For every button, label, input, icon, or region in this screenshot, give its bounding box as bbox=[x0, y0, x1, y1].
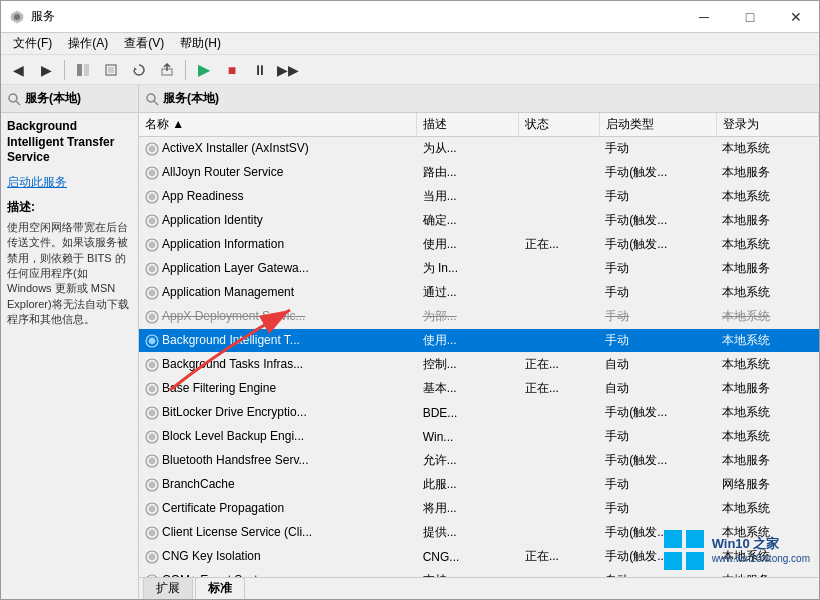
service-status-cell bbox=[519, 569, 599, 578]
service-name-cell: ActiveX Installer (AxInstSV) bbox=[139, 137, 417, 161]
service-name-cell: Application Identity bbox=[139, 209, 417, 233]
desc-text: 使用空闲网络带宽在后台传送文件。如果该服务被禁用，则依赖于 BITS 的任何应用… bbox=[7, 220, 132, 328]
service-row-icon bbox=[145, 286, 159, 300]
col-header-status[interactable]: 状态 bbox=[519, 113, 599, 137]
service-desc-cell: 控制... bbox=[417, 353, 519, 377]
service-login-cell: 本地系统 bbox=[716, 425, 818, 449]
service-starttype-cell: 手动(触发... bbox=[599, 401, 716, 425]
table-row[interactable]: Background Intelligent T... 使用... 手动 本地系… bbox=[139, 329, 819, 353]
col-header-name[interactable]: 名称 ▲ bbox=[139, 113, 417, 137]
show-hide-button[interactable] bbox=[70, 58, 96, 82]
service-name-cell: BitLocker Drive Encryptio... bbox=[139, 401, 417, 425]
service-starttype-cell: 手动 bbox=[599, 329, 716, 353]
service-desc-cell: 使用... bbox=[417, 329, 519, 353]
service-desc-cell: 支持... bbox=[417, 569, 519, 578]
service-name-cell: Bluetooth Handsfree Serv... bbox=[139, 449, 417, 473]
menu-file[interactable]: 文件(F) bbox=[5, 33, 60, 54]
forward-button[interactable]: ▶ bbox=[33, 58, 59, 82]
table-row[interactable]: Certificate Propagation 将用... 手动 本地系统 bbox=[139, 497, 819, 521]
col-header-login[interactable]: 登录为 bbox=[716, 113, 818, 137]
service-table-wrap[interactable]: 名称 ▲ 描述 状态 启动类型 登录为 ActiveX Installer (A… bbox=[139, 113, 819, 577]
service-login-cell: 本地系统 bbox=[716, 329, 818, 353]
service-login-cell: 网络服务 bbox=[716, 473, 818, 497]
table-row[interactable]: AllJoyn Router Service 路由... 手动(触发... 本地… bbox=[139, 161, 819, 185]
service-desc-cell: 当用... bbox=[417, 185, 519, 209]
main-layout: 服务(本地) Background Intelligent Transfer S… bbox=[1, 85, 819, 599]
service-desc-cell: 为从... bbox=[417, 137, 519, 161]
back-button[interactable]: ◀ bbox=[5, 58, 31, 82]
service-login-cell: 本地系统 bbox=[716, 137, 818, 161]
table-row[interactable]: Application Information 使用... 正在... 手动(触… bbox=[139, 233, 819, 257]
service-name-cell: Block Level Backup Engi... bbox=[139, 425, 417, 449]
selected-service-name: Background Intelligent Transfer Service bbox=[7, 119, 132, 166]
service-name-cell: Client License Service (Cli... bbox=[139, 521, 417, 545]
service-name-cell: CNG Key Isolation bbox=[139, 545, 417, 569]
up-button[interactable] bbox=[98, 58, 124, 82]
service-status-cell: 正在... bbox=[519, 233, 599, 257]
pause-service-button[interactable]: ⏸ bbox=[247, 58, 273, 82]
table-row[interactable]: Bluetooth Handsfree Serv... 允许... 手动(触发.… bbox=[139, 449, 819, 473]
service-status-cell bbox=[519, 473, 599, 497]
svg-point-7 bbox=[9, 94, 17, 102]
service-row-icon bbox=[145, 382, 159, 396]
service-desc-cell: 基本... bbox=[417, 377, 519, 401]
table-row[interactable]: Background Tasks Infras... 控制... 正在... 自… bbox=[139, 353, 819, 377]
services-icon bbox=[9, 9, 25, 25]
restart-service-button[interactable]: ▶▶ bbox=[275, 58, 301, 82]
stop-service-button[interactable]: ■ bbox=[219, 58, 245, 82]
service-table: 名称 ▲ 描述 状态 启动类型 登录为 ActiveX Installer (A… bbox=[139, 113, 819, 577]
col-header-starttype[interactable]: 启动类型 bbox=[599, 113, 716, 137]
left-panel-title: 服务(本地) bbox=[25, 90, 81, 107]
menu-action[interactable]: 操作(A) bbox=[60, 33, 116, 54]
service-name-cell: Application Information bbox=[139, 233, 417, 257]
menu-view[interactable]: 查看(V) bbox=[116, 33, 172, 54]
service-login-cell: 本地系统 bbox=[716, 281, 818, 305]
svg-rect-53 bbox=[664, 552, 682, 570]
watermark-content: Win10 之家 www.win10xitong.com bbox=[712, 536, 810, 564]
svg-line-10 bbox=[154, 101, 158, 105]
minimize-button[interactable]: ─ bbox=[681, 1, 727, 33]
service-name-cell: Background Tasks Infras... bbox=[139, 353, 417, 377]
col-header-desc[interactable]: 描述 bbox=[417, 113, 519, 137]
table-row[interactable]: Base Filtering Engine 基本... 正在... 自动 本地服… bbox=[139, 377, 819, 401]
service-status-cell bbox=[519, 401, 599, 425]
service-row-icon bbox=[145, 550, 159, 564]
table-row[interactable]: Block Level Backup Engi... Win... 手动 本地系… bbox=[139, 425, 819, 449]
service-desc-cell: CNG... bbox=[417, 545, 519, 569]
export-button[interactable] bbox=[154, 58, 180, 82]
service-status-cell bbox=[519, 137, 599, 161]
table-row[interactable]: Application Management 通过... 手动 本地系统 bbox=[139, 281, 819, 305]
close-button[interactable]: ✕ bbox=[773, 1, 819, 33]
table-row[interactable]: Application Layer Gatewa... 为 In... 手动 本… bbox=[139, 257, 819, 281]
service-starttype-cell: 手动(触发... bbox=[599, 161, 716, 185]
maximize-button[interactable]: □ bbox=[727, 1, 773, 33]
service-status-cell bbox=[519, 521, 599, 545]
right-panel-title: 服务(本地) bbox=[163, 90, 219, 107]
service-starttype-cell: 手动 bbox=[599, 305, 716, 329]
table-row[interactable]: Application Identity 确定... 手动(触发... 本地服务 bbox=[139, 209, 819, 233]
table-row[interactable]: AppX Deployment Servic... 为部... 手动 本地系统 bbox=[139, 305, 819, 329]
service-row-icon bbox=[145, 214, 159, 228]
tab-standard[interactable]: 标准 bbox=[195, 577, 245, 599]
show-hide-icon bbox=[76, 63, 90, 77]
service-desc-cell: 将用... bbox=[417, 497, 519, 521]
svg-rect-51 bbox=[664, 530, 682, 548]
service-desc-cell: 允许... bbox=[417, 449, 519, 473]
service-login-cell: 本地系统 bbox=[716, 305, 818, 329]
service-row-icon bbox=[145, 526, 159, 540]
service-starttype-cell: 手动 bbox=[599, 425, 716, 449]
start-service-link[interactable]: 启动此服务 bbox=[7, 174, 132, 191]
tab-expand[interactable]: 扩展 bbox=[143, 577, 193, 599]
service-desc-cell: 路由... bbox=[417, 161, 519, 185]
table-row[interactable]: BranchCache 此服... 手动 网络服务 bbox=[139, 473, 819, 497]
table-row[interactable]: BitLocker Drive Encryptio... BDE... 手动(触… bbox=[139, 401, 819, 425]
menu-help[interactable]: 帮助(H) bbox=[172, 33, 229, 54]
start-service-button[interactable]: ▶ bbox=[191, 58, 217, 82]
service-name-cell: BranchCache bbox=[139, 473, 417, 497]
service-row-icon bbox=[145, 454, 159, 468]
refresh-button[interactable] bbox=[126, 58, 152, 82]
svg-marker-5 bbox=[134, 67, 137, 70]
table-row[interactable]: App Readiness 当用... 手动 本地系统 bbox=[139, 185, 819, 209]
svg-rect-52 bbox=[686, 530, 704, 548]
table-row[interactable]: ActiveX Installer (AxInstSV) 为从... 手动 本地… bbox=[139, 137, 819, 161]
